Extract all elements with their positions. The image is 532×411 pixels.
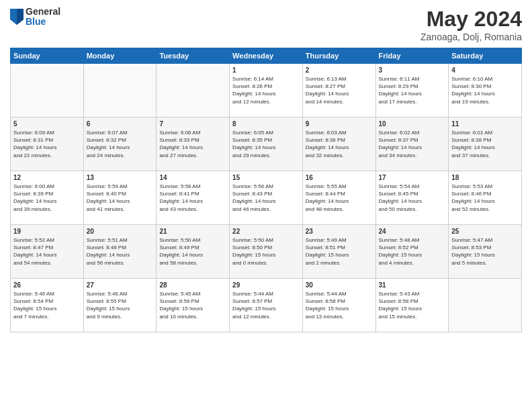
day-number: 10 [379, 120, 446, 128]
day-info: Sunrise: 5:47 AMSunset: 8:53 PMDaylight:… [451, 236, 519, 267]
calendar-cell: 9Sunrise: 6:03 AMSunset: 8:36 PMDaylight… [302, 118, 375, 171]
calendar-cell: 8Sunrise: 6:05 AMSunset: 8:35 PMDaylight… [230, 118, 303, 171]
day-info: Sunrise: 5:46 AMSunset: 8:54 PMDaylight:… [13, 290, 81, 320]
calendar-cell: 1Sunrise: 6:14 AMSunset: 8:26 PMDaylight… [230, 64, 303, 118]
day-number: 31 [379, 281, 446, 289]
day-number: 28 [159, 281, 226, 289]
calendar-cell [83, 64, 157, 118]
calendar-cell: 27Sunrise: 5:46 AMSunset: 8:55 PMDayligh… [83, 279, 157, 332]
calendar-cell [11, 64, 84, 118]
calendar-cell: 2Sunrise: 6:13 AMSunset: 8:27 PMDaylight… [302, 64, 375, 118]
calendar-cell: 6Sunrise: 6:07 AMSunset: 8:32 PMDaylight… [83, 118, 157, 171]
calendar-cell: 21Sunrise: 5:50 AMSunset: 8:49 PMDayligh… [157, 225, 230, 279]
day-info: Sunrise: 6:03 AMSunset: 8:36 PMDaylight:… [306, 129, 373, 159]
day-number: 5 [13, 120, 81, 128]
calendar-cell: 14Sunrise: 5:58 AMSunset: 8:41 PMDayligh… [157, 171, 230, 225]
calendar-cell: 18Sunrise: 5:53 AMSunset: 8:46 PMDayligh… [449, 171, 522, 225]
page: General Blue May 2024 Zanoaga, Dolj, Rom… [0, 0, 532, 411]
col-saturday: Saturday [449, 48, 522, 64]
day-number: 13 [87, 174, 154, 181]
calendar-cell: 20Sunrise: 5:51 AMSunset: 8:48 PMDayligh… [83, 225, 157, 279]
calendar-cell: 10Sunrise: 6:02 AMSunset: 8:37 PMDayligh… [375, 118, 449, 171]
day-info: Sunrise: 5:50 AMSunset: 8:50 PMDaylight:… [232, 236, 300, 267]
col-sunday: Sunday [11, 48, 84, 64]
calendar-cell: 3Sunrise: 6:11 AMSunset: 8:29 PMDaylight… [375, 64, 449, 118]
logo-general: General [26, 7, 60, 17]
calendar-cell: 11Sunrise: 6:01 AMSunset: 8:38 PMDayligh… [449, 118, 522, 171]
calendar-cell: 23Sunrise: 5:49 AMSunset: 8:51 PMDayligh… [302, 225, 375, 279]
calendar-week-5: 26Sunrise: 5:46 AMSunset: 8:54 PMDayligh… [11, 279, 522, 332]
calendar-cell [449, 279, 522, 332]
calendar-week-1: 1Sunrise: 6:14 AMSunset: 8:26 PMDaylight… [11, 64, 522, 118]
svg-marker-1 [17, 9, 24, 25]
day-info: Sunrise: 5:56 AMSunset: 8:43 PMDaylight:… [232, 183, 300, 213]
day-info: Sunrise: 5:49 AMSunset: 8:51 PMDaylight:… [306, 236, 373, 267]
day-info: Sunrise: 6:11 AMSunset: 8:29 PMDaylight:… [379, 75, 446, 105]
month-title: May 2024 [420, 7, 522, 32]
day-number: 14 [159, 174, 226, 181]
calendar-cell: 26Sunrise: 5:46 AMSunset: 8:54 PMDayligh… [11, 279, 84, 332]
header-row: Sunday Monday Tuesday Wednesday Thursday… [11, 48, 522, 64]
calendar-cell: 25Sunrise: 5:47 AMSunset: 8:53 PMDayligh… [449, 225, 522, 279]
day-number: 19 [13, 228, 81, 235]
day-info: Sunrise: 6:14 AMSunset: 8:26 PMDaylight:… [232, 75, 300, 105]
day-number: 25 [451, 228, 519, 235]
calendar-cell: 29Sunrise: 5:44 AMSunset: 8:57 PMDayligh… [230, 279, 303, 332]
col-friday: Friday [375, 48, 449, 64]
day-number: 17 [379, 174, 446, 181]
day-info: Sunrise: 6:13 AMSunset: 8:27 PMDaylight:… [306, 75, 373, 105]
day-number: 30 [306, 281, 373, 289]
day-info: Sunrise: 5:50 AMSunset: 8:49 PMDaylight:… [159, 236, 226, 267]
calendar-cell: 28Sunrise: 5:45 AMSunset: 8:56 PMDayligh… [157, 279, 230, 332]
day-number: 7 [159, 120, 226, 128]
calendar-table: Sunday Monday Tuesday Wednesday Thursday… [10, 48, 522, 332]
day-info: Sunrise: 5:45 AMSunset: 8:56 PMDaylight:… [159, 290, 226, 320]
calendar-week-4: 19Sunrise: 5:52 AMSunset: 8:47 PMDayligh… [11, 225, 522, 279]
calendar-cell: 15Sunrise: 5:56 AMSunset: 8:43 PMDayligh… [230, 171, 303, 225]
day-info: Sunrise: 5:54 AMSunset: 8:45 PMDaylight:… [379, 183, 446, 213]
logo-text: General Blue [26, 7, 60, 28]
day-info: Sunrise: 5:48 AMSunset: 8:52 PMDaylight:… [379, 236, 446, 267]
col-tuesday: Tuesday [157, 48, 230, 64]
title-block: May 2024 Zanoaga, Dolj, Romania [420, 7, 522, 42]
logo-blue: Blue [26, 17, 60, 27]
day-number: 12 [13, 174, 81, 181]
day-number: 16 [306, 174, 373, 181]
day-info: Sunrise: 6:05 AMSunset: 8:35 PMDaylight:… [232, 129, 300, 159]
header: General Blue May 2024 Zanoaga, Dolj, Rom… [10, 7, 522, 42]
day-info: Sunrise: 5:52 AMSunset: 8:47 PMDaylight:… [13, 236, 81, 267]
day-info: Sunrise: 5:53 AMSunset: 8:46 PMDaylight:… [451, 183, 519, 213]
day-info: Sunrise: 6:00 AMSunset: 8:39 PMDaylight:… [13, 183, 81, 213]
col-wednesday: Wednesday [230, 48, 303, 64]
day-number: 6 [87, 120, 154, 128]
logo: General Blue [10, 7, 60, 28]
day-number: 4 [451, 66, 519, 74]
calendar-cell: 22Sunrise: 5:50 AMSunset: 8:50 PMDayligh… [230, 225, 303, 279]
day-number: 23 [306, 228, 373, 235]
day-number: 3 [379, 66, 446, 74]
calendar-body: 1Sunrise: 6:14 AMSunset: 8:26 PMDaylight… [11, 64, 522, 332]
logo-icon [10, 9, 24, 25]
day-info: Sunrise: 5:58 AMSunset: 8:41 PMDaylight:… [159, 183, 226, 213]
day-info: Sunrise: 6:06 AMSunset: 8:33 PMDaylight:… [159, 129, 226, 159]
calendar-header: Sunday Monday Tuesday Wednesday Thursday… [11, 48, 522, 64]
day-number: 8 [232, 120, 300, 128]
col-monday: Monday [83, 48, 157, 64]
day-info: Sunrise: 5:44 AMSunset: 8:58 PMDaylight:… [306, 290, 373, 320]
day-number: 27 [87, 281, 154, 289]
calendar-cell: 7Sunrise: 6:06 AMSunset: 8:33 PMDaylight… [157, 118, 230, 171]
calendar-cell [157, 64, 230, 118]
col-thursday: Thursday [302, 48, 375, 64]
calendar-cell: 12Sunrise: 6:00 AMSunset: 8:39 PMDayligh… [11, 171, 84, 225]
calendar-cell: 19Sunrise: 5:52 AMSunset: 8:47 PMDayligh… [11, 225, 84, 279]
calendar-cell: 4Sunrise: 6:10 AMSunset: 8:30 PMDaylight… [449, 64, 522, 118]
calendar-cell: 16Sunrise: 5:55 AMSunset: 8:44 PMDayligh… [302, 171, 375, 225]
day-number: 15 [232, 174, 300, 181]
day-info: Sunrise: 6:10 AMSunset: 8:30 PMDaylight:… [451, 75, 519, 105]
day-info: Sunrise: 5:46 AMSunset: 8:55 PMDaylight:… [87, 290, 154, 320]
day-number: 2 [306, 66, 373, 74]
day-info: Sunrise: 6:07 AMSunset: 8:32 PMDaylight:… [87, 129, 154, 159]
day-number: 21 [159, 228, 226, 235]
day-info: Sunrise: 5:55 AMSunset: 8:44 PMDaylight:… [306, 183, 373, 213]
calendar-cell: 17Sunrise: 5:54 AMSunset: 8:45 PMDayligh… [375, 171, 449, 225]
